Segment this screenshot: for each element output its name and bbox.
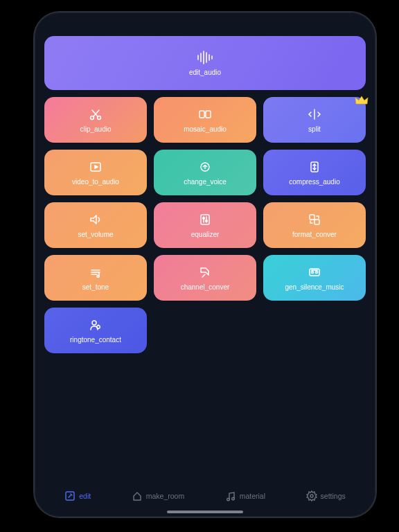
tile-channel-conver[interactable]: channel_conver	[154, 255, 256, 301]
music-icon	[225, 490, 236, 502]
tile-clip-audio[interactable]: clip_audio	[44, 97, 147, 143]
channel-icon	[198, 265, 212, 279]
tile-label: split	[308, 125, 321, 133]
tile-video-to-audio[interactable]: video_to_audio	[44, 150, 147, 195]
tile-equalizer[interactable]: equalizer	[154, 202, 256, 248]
waveform-icon	[195, 51, 215, 64]
tile-label: equalizer	[191, 231, 220, 238]
edit-audio-hero[interactable]: edit_audio	[44, 36, 366, 90]
tile-label: compress_audio	[289, 178, 339, 186]
mosaic-icon	[198, 107, 212, 121]
home-icon	[132, 490, 143, 502]
tile-label: set_tone	[82, 283, 109, 291]
tile-label: change_voice	[184, 178, 227, 186]
nav-settings[interactable]: settings	[306, 490, 346, 502]
device-frame: edit_audio clip_audio mosaic_audio split…	[35, 12, 375, 517]
compress-icon	[308, 160, 321, 174]
main-content: edit_audio clip_audio mosaic_audio split…	[44, 36, 366, 479]
home-indicator	[167, 511, 243, 513]
tile-split[interactable]: split	[263, 97, 366, 143]
hero-label: edit_audio	[189, 69, 221, 76]
split-icon	[308, 107, 321, 121]
scissors-icon	[89, 107, 103, 121]
nav-label: settings	[321, 492, 346, 500]
voice-icon	[198, 160, 212, 174]
gensilence-icon	[308, 265, 321, 279]
tile-change-voice[interactable]: change_voice	[154, 150, 256, 195]
tile-gen-silence-music[interactable]: gen_silence_music	[263, 255, 366, 301]
nav-label: make_room	[146, 492, 184, 500]
nav-label: edit	[79, 492, 91, 500]
tile-compress-audio[interactable]: compress_audio	[263, 150, 366, 195]
tone-icon	[89, 265, 103, 279]
tile-label: video_to_audio	[72, 178, 119, 186]
tile-label: clip_audio	[80, 125, 111, 133]
tile-label: gen_silence_music	[285, 283, 344, 291]
settings-icon	[306, 490, 317, 502]
tile-format-conver[interactable]: format_conver	[263, 202, 366, 248]
convert-icon	[308, 213, 321, 227]
tile-grid: clip_audio mosaic_audio split video_to_a…	[44, 97, 366, 353]
bottom-nav: edit make_room material settings	[44, 484, 366, 508]
tile-set-volume[interactable]: set_volume	[44, 202, 147, 248]
nav-edit[interactable]: edit	[64, 490, 91, 502]
tile-ringtone-contact[interactable]: ringtone_contact	[44, 308, 147, 353]
volume-icon	[89, 213, 103, 227]
nav-material[interactable]: material	[225, 490, 265, 502]
tile-label: ringtone_contact	[70, 336, 121, 344]
video-icon	[89, 160, 103, 174]
nav-make-room[interactable]: make_room	[132, 490, 184, 502]
tile-mosaic-audio[interactable]: mosaic_audio	[154, 97, 256, 143]
nav-label: material	[240, 492, 265, 500]
tile-label: set_volume	[78, 231, 113, 238]
ringtone-icon	[89, 318, 103, 332]
tile-set-tone[interactable]: set_tone	[44, 255, 147, 301]
tile-label: channel_conver	[181, 283, 230, 291]
crown-icon	[355, 94, 369, 108]
tile-label: format_conver	[292, 231, 337, 238]
edit-icon	[64, 490, 76, 502]
equalizer-icon	[198, 213, 212, 227]
tile-label: mosaic_audio	[184, 125, 227, 133]
